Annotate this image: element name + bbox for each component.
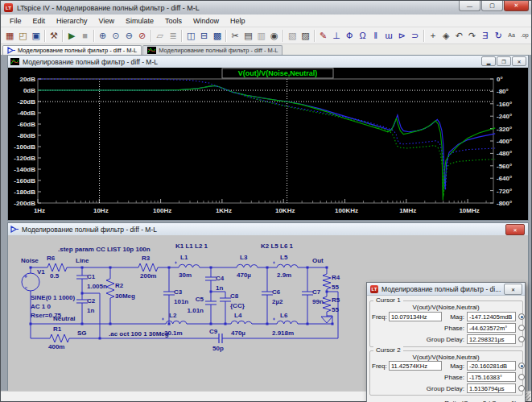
node-sg: SG (77, 329, 87, 337)
rotate-icon[interactable]: ↻ (492, 29, 505, 42)
trace-dotted-2a2af0[interactable] (38, 79, 495, 190)
diode-icon[interactable]: ⊳ (395, 29, 408, 42)
run-icon[interactable]: ▶ (65, 29, 78, 42)
minimize-button[interactable]: — (459, 1, 480, 11)
c8-val: {CC} (230, 302, 245, 309)
cursor1-gd-radio[interactable] (518, 336, 525, 342)
close-button[interactable]: ✕ (504, 1, 529, 11)
plot-settings-icon[interactable]: ▱ (154, 29, 167, 42)
title-bar[interactable]: LT LTspice IV - Моделирование полный фил… (1, 1, 531, 15)
halt-icon[interactable]: ■ (78, 29, 91, 42)
undo-icon[interactable]: ↶ (452, 29, 465, 42)
plot-restore-button[interactable]: ❐ (497, 56, 511, 66)
l1-ref: L1 (180, 254, 188, 261)
drag-icon[interactable]: ◈ (439, 29, 452, 42)
tab-waveform[interactable]: Моделирование полный фильтр - diff - M-L (142, 45, 282, 55)
trace-solid-00a400[interactable] (38, 85, 495, 200)
inductor-icon[interactable]: ɯ (382, 29, 395, 42)
cursor2-gd-radio[interactable] (518, 385, 525, 392)
k2-directive: K2 L5 L6 1 (261, 242, 294, 250)
zoom-full-extents-icon[interactable]: ⊘ (135, 29, 148, 42)
node-noise: Noise (21, 257, 39, 264)
trace-solid-2a2af0[interactable] (38, 85, 495, 189)
cursor2-gd-value[interactable]: 1.5136794µs (467, 383, 516, 393)
cursor2-phase-value[interactable]: -175.16383° (467, 372, 516, 382)
l4-val: 470µ (231, 329, 245, 337)
cut-icon[interactable]: ✂ (229, 29, 241, 42)
move-icon[interactable]: + (427, 29, 439, 42)
c6-ref: C6 (272, 288, 281, 296)
tab-schematic[interactable]: Моделирование полный фильтр - diff - M-L (2, 45, 142, 55)
cursor1-phase-value[interactable]: -44.623572m° (467, 323, 516, 333)
cursor1-gd-value[interactable]: 12.298321µs (467, 334, 516, 344)
cursor-dialog-close-button[interactable]: ✕ (504, 284, 522, 295)
resistor-icon[interactable]: Ω (356, 29, 369, 42)
save-icon[interactable]: ▣ (30, 29, 43, 42)
text-icon[interactable]: Aa (505, 29, 518, 42)
source-polarity-marks (24, 275, 27, 288)
cursor2-phase-radio[interactable] (518, 374, 525, 380)
open-icon[interactable]: ◰ (16, 29, 29, 42)
copy-icon[interactable]: ▤ (241, 29, 254, 42)
zoom-in-icon[interactable]: ⊕ (97, 29, 109, 42)
cursor2-mag-radio[interactable] (518, 363, 525, 369)
x-tick: 1Hz (34, 207, 45, 214)
menu-tools[interactable]: Tools (159, 15, 188, 27)
wire-icon[interactable]: ✎ (317, 29, 330, 42)
menu-hierarchy[interactable]: Hierarchy (51, 15, 93, 27)
menu-view[interactable]: View (93, 15, 120, 27)
cursor2-mag-value[interactable]: -20.160281dB (467, 361, 516, 371)
cursor1-mag-value[interactable]: -147.12405mdB (467, 312, 516, 321)
c2-ref: C2 (87, 297, 96, 305)
c5-ref: C5 (196, 296, 204, 303)
schematic-window-titlebar[interactable]: Моделирование полный фильтр - diff - M-L… (8, 223, 528, 236)
trace-label[interactable]: V(out)/V(Noise,Neutral) (238, 69, 318, 77)
cursor-dialog-titlebar[interactable]: LT Моделирование полный фильтр - di... ✕ (367, 283, 525, 296)
menu-file[interactable]: File (4, 15, 27, 27)
control-panel-icon[interactable]: ⚒ (47, 29, 60, 42)
menu-edit[interactable]: Edit (27, 15, 52, 27)
waveform-window-titlebar[interactable]: Моделирование полный фильтр - diff - M-L… (8, 56, 528, 68)
new-schematic-icon[interactable]: ▦ (3, 29, 16, 42)
y-right-tick: 0° (497, 76, 503, 83)
cursor-dialog[interactable]: LT Моделирование полный фильтр - di... ✕… (366, 282, 526, 402)
cascade-icon[interactable]: ▩ (211, 29, 224, 42)
menu-simulate[interactable]: Simulate (120, 15, 159, 27)
capacitor-icon[interactable]: ‖ (369, 29, 382, 42)
spice-netlist-icon[interactable]: ≣ (167, 29, 179, 42)
waveform-window-icon (10, 58, 19, 65)
cursor1-phase-radio[interactable] (518, 325, 525, 331)
tile-vertical-icon[interactable]: ◫ (184, 29, 197, 42)
plot-minimize-button[interactable]: ▂ (481, 56, 496, 66)
spice-directive-icon[interactable]: .op (518, 29, 531, 42)
l4-ref: L4 (234, 312, 242, 319)
paste-icon[interactable]: ▥ (255, 29, 268, 42)
tab-label: Моделирование полный фильтр - diff - M-L (159, 47, 278, 54)
c9-val: 50p (212, 345, 224, 352)
y-left-tick: -60dB (18, 121, 35, 128)
maximize-button[interactable]: ▢ (481, 1, 503, 11)
plot-canvas[interactable]: 20dB0dB-20dB-40dB-60dB-80dB-100dB-120dB-… (8, 68, 528, 220)
print-icon[interactable]: ▨ (299, 29, 311, 42)
y-right-tick: -80° (497, 88, 509, 95)
redo-icon[interactable]: ↷ (466, 29, 479, 42)
print-preview-icon[interactable]: ▧ (286, 29, 299, 42)
tile-horizontal-icon[interactable]: ⊟ (197, 29, 210, 42)
toolbar-separator (225, 30, 227, 42)
zoom-back-icon[interactable]: ⊙ (109, 29, 122, 42)
component-icon[interactable]: ⊃ (409, 29, 422, 42)
ground-icon[interactable]: ⊥ (330, 29, 343, 42)
plot-close-button[interactable]: ✕ (512, 56, 526, 66)
schematic-close-button[interactable]: ✕ (505, 224, 525, 235)
cursor1-mag-radio[interactable] (518, 313, 525, 320)
mirror-icon[interactable]: Ǝ (479, 29, 492, 42)
cursor2-header: Cursor 2 (373, 346, 403, 354)
c6-val: 2µ2 (272, 298, 283, 305)
l3-ref: L3 (240, 254, 248, 261)
net-label-icon[interactable]: Ф (343, 29, 356, 42)
find-icon[interactable]: ◉ (268, 29, 281, 42)
menu-help[interactable]: Help (225, 15, 251, 27)
zoom-out-icon[interactable]: ⊖ (122, 29, 135, 42)
menu-window[interactable]: Window (188, 15, 225, 27)
v1-ac: AC 1 0 (31, 303, 51, 310)
